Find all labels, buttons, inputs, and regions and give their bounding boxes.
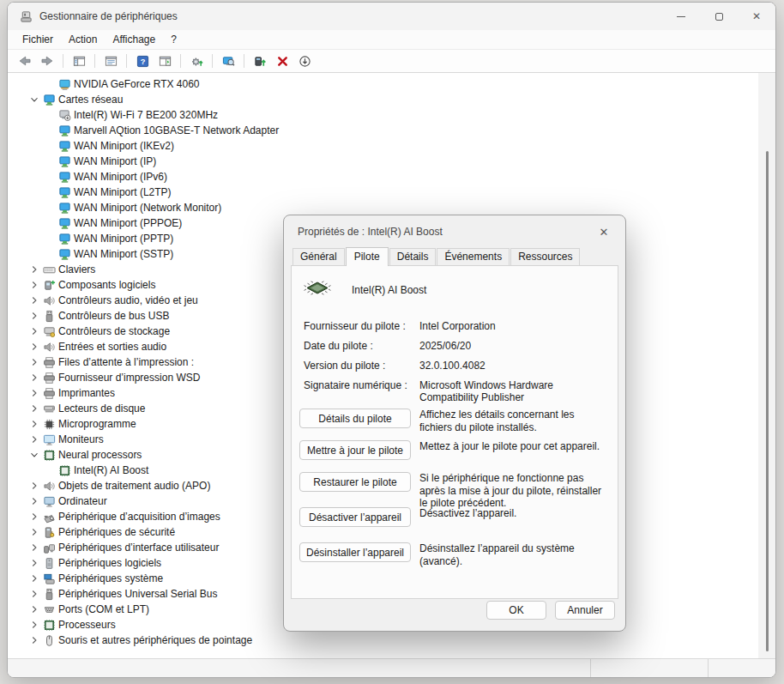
software-component-icon bbox=[42, 278, 56, 292]
driver-action-row: Mettre à jour le piloteMettez à jour le … bbox=[299, 440, 609, 460]
tree-item[interactable]: WAN Miniport (Network Monitor) bbox=[8, 200, 757, 215]
expand-chevron-icon[interactable] bbox=[27, 493, 42, 509]
help-button[interactable]: ? bbox=[132, 51, 153, 70]
expand-chevron-icon[interactable] bbox=[27, 432, 42, 447]
tree-item-label: Microprogramme bbox=[58, 418, 136, 430]
dialog-footer: OK Annuler bbox=[284, 601, 615, 620]
maximize-button[interactable] bbox=[700, 3, 738, 30]
expand-chevron-icon[interactable] bbox=[27, 540, 42, 555]
driver-action-button[interactable]: Restaurer le pilote bbox=[299, 472, 411, 492]
speaker-icon bbox=[42, 294, 56, 307]
menu-affichage[interactable]: Affichage bbox=[105, 31, 163, 48]
tree-item-label: Contrôleurs de stockage bbox=[58, 325, 170, 337]
scrollbar-track[interactable] bbox=[758, 73, 775, 658]
help-icon: ? bbox=[136, 55, 149, 68]
expand-chevron-icon[interactable] bbox=[27, 277, 42, 293]
tree-item-label: Intel(R) Wi-Fi 7 BE200 320MHz bbox=[74, 109, 218, 121]
disable-device-button[interactable] bbox=[294, 51, 315, 70]
uninstall-device-button[interactable] bbox=[272, 51, 292, 70]
driver-action-row: Désinstaller l’appareilDésinstallez l’ap… bbox=[299, 542, 609, 567]
expand-chevron-icon[interactable] bbox=[27, 524, 42, 540]
tree-item[interactable]: WAN Miniport (IP) bbox=[8, 154, 757, 169]
cancel-button[interactable]: Annuler bbox=[555, 601, 615, 620]
computer-icon bbox=[42, 494, 56, 508]
chevron-spacer bbox=[42, 138, 57, 154]
menu-?[interactable]: ? bbox=[163, 31, 184, 48]
driver-action-description: Mettez à jour le pilote pour cet apparei… bbox=[419, 440, 609, 460]
tree-item[interactable]: WAN Miniport (IKEv2) bbox=[8, 138, 757, 154]
tree-item[interactable]: WAN Miniport (L2TP) bbox=[8, 185, 757, 200]
expand-chevron-icon[interactable] bbox=[27, 478, 42, 493]
expand-chevron-icon[interactable] bbox=[27, 617, 42, 633]
driver-action-row: Détails du piloteAffichez les détails co… bbox=[299, 409, 609, 433]
action-pane-button[interactable] bbox=[154, 51, 175, 70]
menu-fichier[interactable]: Fichier bbox=[15, 31, 61, 48]
expand-chevron-icon[interactable] bbox=[27, 293, 42, 308]
properties-button[interactable] bbox=[100, 51, 121, 70]
tab-général[interactable]: Général bbox=[292, 248, 345, 265]
expand-chevron-icon[interactable] bbox=[27, 385, 42, 401]
tree-item[interactable]: NVIDIA GeForce RTX 4060 bbox=[8, 76, 757, 92]
driver-tab-page: Intel(R) AI Boost Fournisseur du pilote … bbox=[291, 265, 618, 599]
dialog-close-button[interactable]: ✕ bbox=[594, 222, 613, 241]
ok-button[interactable]: OK bbox=[486, 601, 546, 620]
svg-text:?: ? bbox=[140, 57, 145, 65]
tab-détails[interactable]: Détails bbox=[389, 248, 437, 265]
network-icon bbox=[57, 247, 71, 261]
monitor-icon bbox=[42, 433, 56, 446]
tree-item[interactable]: Cartes réseau bbox=[8, 92, 757, 107]
network-icon bbox=[57, 139, 71, 153]
expand-chevron-icon[interactable] bbox=[27, 633, 42, 648]
properties-dialog: Propriétés de : Intel(R) AI Boost ✕ Géné… bbox=[283, 215, 626, 632]
driver-action-button[interactable]: Désinstaller l’appareil bbox=[299, 542, 411, 562]
tree-item[interactable]: Souris et autres périphériques de pointa… bbox=[8, 633, 757, 648]
search-computer-button[interactable] bbox=[218, 51, 238, 70]
field-label: Signataire numérique : bbox=[304, 379, 419, 403]
maximize-icon bbox=[715, 13, 723, 21]
expand-chevron-icon[interactable] bbox=[27, 586, 42, 602]
tree-item[interactable]: Marvell AQtion 10GBASE-T Network Adapter bbox=[8, 123, 757, 138]
driver-action-button[interactable]: Désactiver l’appareil bbox=[299, 507, 411, 527]
tab-ressources[interactable]: Ressources bbox=[510, 248, 580, 265]
back-button[interactable] bbox=[15, 51, 35, 70]
tree-item-label: Fournisseur d’impression WSD bbox=[58, 372, 200, 384]
expand-chevron-icon[interactable] bbox=[27, 308, 42, 324]
tree-item[interactable]: Intel(R) Wi-Fi 7 BE200 320MHz bbox=[8, 107, 757, 123]
expand-chevron-icon[interactable] bbox=[27, 324, 42, 339]
expand-chevron-icon[interactable] bbox=[27, 401, 42, 416]
expand-chevron-icon[interactable] bbox=[27, 370, 42, 385]
expand-chevron-icon[interactable] bbox=[27, 602, 42, 617]
driver-action-button[interactable]: Mettre à jour le pilote bbox=[299, 440, 411, 460]
forward-button[interactable] bbox=[37, 51, 57, 70]
menu-action[interactable]: Action bbox=[61, 31, 105, 48]
driver-action-button[interactable]: Détails du pilote bbox=[299, 409, 411, 428]
close-button[interactable]: ✕ bbox=[738, 3, 775, 30]
field-label: Date du pilote : bbox=[304, 340, 419, 352]
expand-chevron-icon[interactable] bbox=[27, 354, 42, 370]
expand-chevron-icon[interactable] bbox=[27, 509, 42, 524]
tab-pilote[interactable]: Pilote bbox=[346, 247, 389, 266]
network-icon bbox=[57, 154, 71, 168]
tab-événements[interactable]: Événements bbox=[437, 248, 510, 265]
tree-item-label: Files d’attente à l’impression : bbox=[58, 356, 194, 368]
expand-chevron-icon[interactable] bbox=[27, 555, 42, 571]
expand-chevron-icon[interactable] bbox=[27, 92, 42, 107]
scrollbar-thumb[interactable] bbox=[766, 151, 769, 651]
expand-chevron-icon[interactable] bbox=[27, 339, 42, 354]
tree-item-label: Lecteurs de disque bbox=[58, 403, 145, 415]
tree-item-label: Imprimantes bbox=[58, 387, 115, 399]
show-console-tree-button[interactable] bbox=[69, 51, 89, 70]
minimize-button[interactable] bbox=[662, 3, 700, 30]
tree-item[interactable]: WAN Miniport (IPv6) bbox=[8, 169, 757, 185]
expand-chevron-icon[interactable] bbox=[27, 262, 42, 277]
driver-action-description: Désinstallez l’appareil du système (avan… bbox=[419, 542, 609, 567]
tree-item-label: WAN Miniport (PPTP) bbox=[74, 233, 173, 245]
expand-chevron-icon[interactable] bbox=[27, 416, 42, 432]
update-driver-button[interactable] bbox=[250, 51, 270, 70]
expand-chevron-icon[interactable] bbox=[27, 447, 42, 463]
scan-hardware-changes-button[interactable] bbox=[186, 51, 207, 70]
chevron-spacer bbox=[42, 215, 57, 231]
printer-icon bbox=[42, 355, 56, 369]
chevron-spacer bbox=[42, 169, 57, 185]
expand-chevron-icon[interactable] bbox=[27, 571, 42, 586]
